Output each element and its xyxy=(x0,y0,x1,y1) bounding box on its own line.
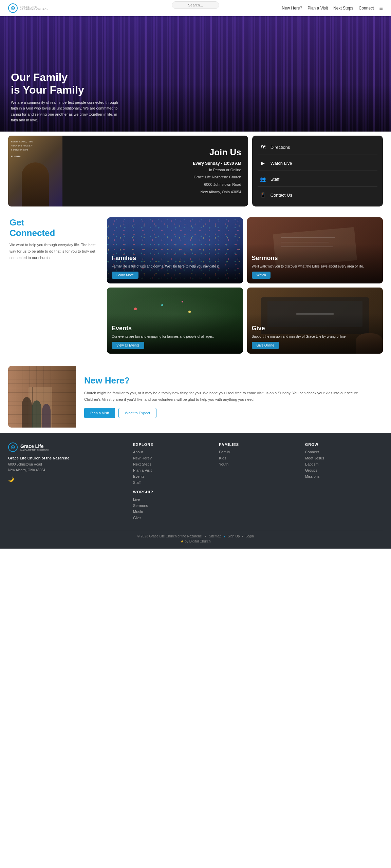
give-card: Give Support the mission and ministry of… xyxy=(247,288,383,354)
nav-link-connect[interactable]: Connect xyxy=(359,6,374,11)
footer-link-sermons[interactable]: Sermons xyxy=(133,504,211,508)
new-here-section: New Here? Church might be familiar to yo… xyxy=(8,366,383,428)
hero-subtitle: We are a community of real, imperfect pe… xyxy=(11,100,119,123)
what-to-expect-button[interactable]: What to Expect xyxy=(118,408,157,418)
footer-link-staff[interactable]: Staff xyxy=(133,480,211,485)
footer-brand: Grace Life NAZARENE CHURCH Grace Life Ch… xyxy=(8,442,125,522)
footer-explore-col: EXPLORE About New Here? Next Steps Plan … xyxy=(133,442,211,522)
quick-link-directions[interactable]: 🗺 Directions xyxy=(258,140,377,155)
nav-link-new-here[interactable]: New Here? xyxy=(282,6,302,11)
new-here-body: New Here? Church might be familiar to yo… xyxy=(76,366,383,428)
footer: Grace Life NAZARENE CHURCH Grace Life Ch… xyxy=(0,433,391,549)
hamburger-menu[interactable]: ≡ xyxy=(379,5,383,12)
events-content: Events Our events are fun and engaging f… xyxy=(107,320,243,354)
events-view-all-button[interactable]: View all Events xyxy=(112,342,144,349)
navbar: Grace Life NAZARENE CHURCH Search... New… xyxy=(0,0,391,16)
footer-link-events[interactable]: Events xyxy=(133,474,211,478)
families-title: Families xyxy=(112,255,238,262)
quick-link-contact[interactable]: 📱 Contact Us xyxy=(258,188,377,202)
copyright-text: © 2023 Grace Life Church of the Nazarene xyxy=(137,534,202,538)
nav-link-next-steps[interactable]: Next Steps xyxy=(333,6,353,11)
footer-sitemap-link[interactable]: Sitemap xyxy=(209,534,222,538)
join-church: Grace Life Nazarene Church xyxy=(69,174,241,180)
hero-content: Our Family is Your Family We are a commu… xyxy=(11,71,119,123)
events-text: Our events are fun and engaging for fami… xyxy=(112,334,238,339)
join-card: Elisha asked, "Tell me in the house?" a … xyxy=(8,136,248,206)
footer-logo-circle xyxy=(8,442,18,452)
footer-worship-title: WORSHIP xyxy=(133,490,211,494)
hero-section: Our Family is Your Family We are a commu… xyxy=(0,16,391,132)
plan-a-visit-button[interactable]: Plan a Visit xyxy=(84,408,115,418)
bible-text: Elisha asked, "Tell me in the house?" a … xyxy=(11,140,33,159)
quick-links: 🗺 Directions ▶ Watch Live 👥 Staff 📱 Cont… xyxy=(252,136,383,206)
join-mode: In Person or Online xyxy=(69,167,241,173)
contact-icon: 📱 xyxy=(259,191,267,199)
footer-link-plan-visit[interactable]: Plan a Visit xyxy=(133,468,211,472)
footer-link-family[interactable]: Family xyxy=(219,450,297,454)
staff-label: Staff xyxy=(271,177,280,182)
watch-live-label: Watch Live xyxy=(271,161,292,166)
svg-point-1 xyxy=(12,7,14,9)
join-card-image: Elisha asked, "Tell me in the house?" a … xyxy=(8,136,62,206)
join-schedule: Every Sunday • 10:30 AM xyxy=(69,161,241,166)
footer-explore-title: EXPLORE xyxy=(133,442,211,447)
staff-icon: 👥 xyxy=(259,175,267,183)
cards-grid: Families Family life is full of ups and … xyxy=(107,217,383,354)
new-here-buttons: Plan a Visit What to Expect xyxy=(84,408,375,418)
footer-link-about[interactable]: About xyxy=(133,450,211,454)
nav-logo[interactable]: Grace Life NAZARENE CHURCH xyxy=(8,3,49,13)
quick-link-watch-live[interactable]: ▶ Watch Live xyxy=(258,156,377,171)
footer-link-missions[interactable]: Missions xyxy=(305,474,383,478)
footer-link-baptism[interactable]: Baptism xyxy=(305,462,383,466)
footer-families-col: FAMILIES Family Kids Youth xyxy=(219,442,297,522)
sermons-title: Sermons xyxy=(252,255,378,262)
logo-circle xyxy=(8,3,18,13)
nav-link-plan-visit[interactable]: Plan a Visit xyxy=(308,6,328,11)
join-address1: 6000 Johnstown Road xyxy=(69,182,241,188)
families-learn-more-button[interactable]: Learn More xyxy=(112,272,138,279)
footer-grow-title: GROW xyxy=(305,442,383,447)
sermons-card: Sermons We'll walk with you to discover … xyxy=(247,217,383,283)
footer-link-youth[interactable]: Youth xyxy=(219,462,297,466)
watch-live-icon: ▶ xyxy=(259,159,267,167)
footer-link-next-steps[interactable]: Next Steps xyxy=(133,462,211,466)
footer-powered-by: by Digital Church xyxy=(185,539,210,543)
footer-link-new-here[interactable]: New Here? xyxy=(133,456,211,460)
footer-bottom: © 2023 Grace Life Church of the Nazarene… xyxy=(8,530,383,543)
footer-logo-name: Grace Life xyxy=(20,443,49,449)
sermons-watch-button[interactable]: Watch xyxy=(252,272,271,279)
join-title: Join Us xyxy=(69,147,241,158)
events-card: Events Our events are fun and engaging f… xyxy=(107,288,243,354)
footer-top: Grace Life NAZARENE CHURCH Grace Life Ch… xyxy=(8,442,383,522)
quick-link-staff[interactable]: 👥 Staff xyxy=(258,172,377,187)
footer-grow-col: GROW Connect Meet Jesus Baptism Groups M… xyxy=(305,442,383,522)
search-bar[interactable]: Search... xyxy=(172,1,219,9)
sermons-content: Sermons We'll walk with you to discover … xyxy=(247,250,383,283)
new-here-text: Church might be familiar to you, or it m… xyxy=(84,390,375,402)
dark-mode-toggle[interactable]: 🌙 xyxy=(8,476,14,482)
hero-title: Our Family is Your Family xyxy=(11,71,119,96)
get-connected-section: Get Connected We want to help you throug… xyxy=(0,211,391,360)
footer-link-meet-jesus[interactable]: Meet Jesus xyxy=(305,456,383,460)
sermons-text: We'll walk with you to discover what the… xyxy=(252,264,378,269)
join-address2: New Albany, Ohio 43054 xyxy=(69,189,241,195)
footer-login-link[interactable]: Login xyxy=(245,534,254,538)
footer-link-kids[interactable]: Kids xyxy=(219,456,297,460)
give-content: Give Support the mission and ministry of… xyxy=(247,320,383,354)
footer-link-music[interactable]: Music xyxy=(133,510,211,514)
footer-signup-link[interactable]: Sign Up xyxy=(228,534,240,538)
footer-link-connect[interactable]: Connect xyxy=(305,450,383,454)
footer-logo-sub: NAZARENE CHURCH xyxy=(20,449,49,451)
footer-link-groups[interactable]: Groups xyxy=(305,468,383,472)
footer-link-live[interactable]: Live xyxy=(133,497,211,501)
families-text: Family life is full of ups and downs. We… xyxy=(112,264,238,269)
footer-link-give[interactable]: Give xyxy=(133,516,211,520)
give-online-button[interactable]: Give Online xyxy=(252,342,279,349)
give-text: Support the mission and ministry of Grac… xyxy=(252,334,378,339)
directions-icon: 🗺 xyxy=(259,143,267,151)
new-here-image xyxy=(8,366,76,428)
get-connected-title: Get Connected xyxy=(10,217,101,238)
footer-logo: Grace Life NAZARENE CHURCH xyxy=(8,442,125,452)
footer-church-name: Grace Life Church of the Nazarene xyxy=(8,456,125,460)
families-card: Families Family life is full of ups and … xyxy=(107,217,243,283)
